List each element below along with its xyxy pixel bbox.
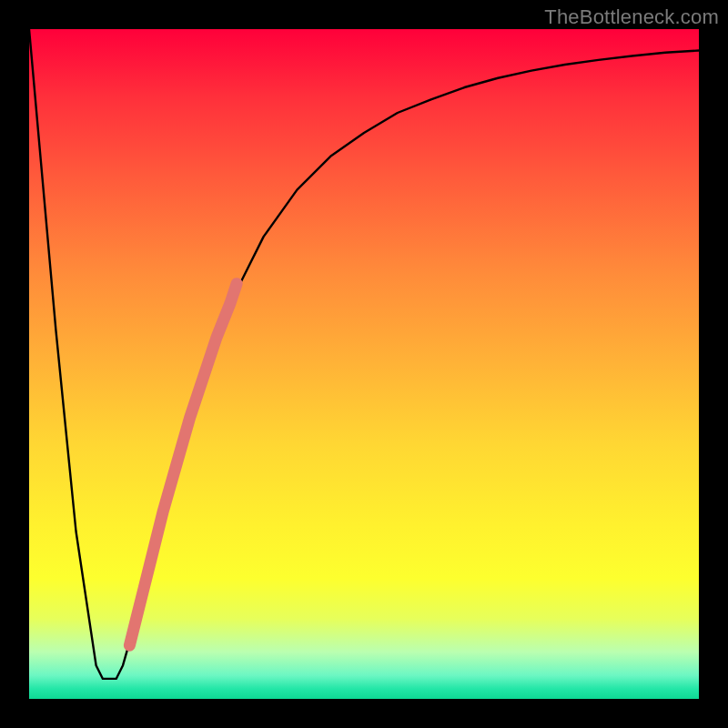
bottleneck-curve [29,29,699,679]
dot-marker [154,527,163,536]
highlight-segment [129,284,237,645]
chart-frame: TheBottleneck.com [0,0,728,728]
chart-svg [29,29,699,699]
dot-marker [126,634,136,643]
dot-marker [145,561,154,570]
plot-area [29,29,699,699]
dot-marker [135,601,144,610]
watermark-text: TheBottleneck.com [544,5,719,29]
